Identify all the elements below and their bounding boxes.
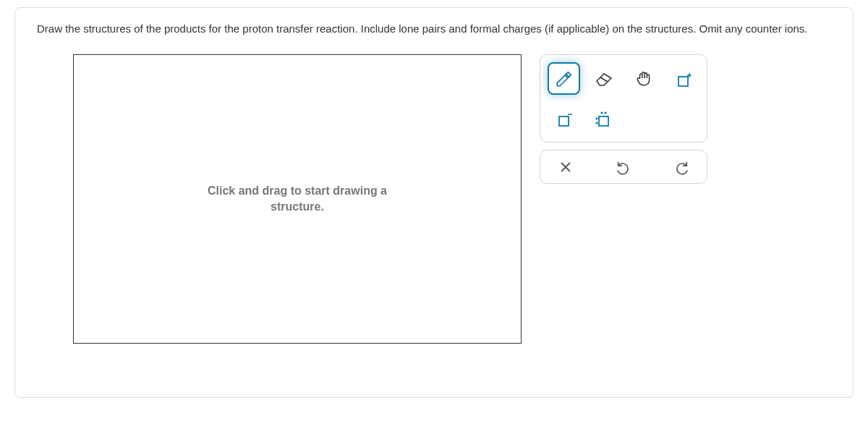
toolbar: [540, 54, 707, 344]
question-text: Draw the structures of the products for …: [37, 21, 831, 36]
svg-point-6: [595, 122, 597, 124]
lone-pair-icon: [594, 109, 614, 129]
negative-charge-tool[interactable]: [548, 102, 580, 135]
svg-rect-2: [599, 116, 608, 126]
pencil-icon: [555, 69, 574, 88]
hand-icon: [634, 69, 653, 88]
eraser-tool[interactable]: [587, 62, 620, 95]
svg-rect-1: [559, 116, 569, 126]
svg-point-4: [604, 111, 606, 114]
positive-charge-icon: [673, 69, 694, 89]
redo-button[interactable]: [660, 150, 703, 183]
svg-point-5: [595, 117, 597, 119]
clear-button[interactable]: [544, 150, 587, 183]
undo-icon: [616, 159, 631, 175]
svg-rect-0: [678, 77, 688, 86]
tool-row-1: [548, 62, 699, 95]
hand-tool[interactable]: [627, 62, 660, 95]
eraser-icon: [594, 69, 614, 88]
action-panel: [540, 150, 707, 184]
undo-button[interactable]: [602, 150, 645, 183]
tool-row-2: [548, 102, 699, 135]
canvas-placeholder: Click and drag to start drawing a struct…: [208, 183, 387, 216]
close-icon: [559, 161, 572, 174]
redo-icon: [673, 159, 689, 175]
svg-point-3: [600, 111, 603, 114]
tool-panel-main: [540, 54, 707, 143]
pencil-tool[interactable]: [548, 62, 580, 95]
positive-charge-tool[interactable]: [667, 62, 699, 95]
negative-charge-icon: [554, 109, 574, 129]
drawing-canvas[interactable]: Click and drag to start drawing a struct…: [73, 54, 522, 344]
lone-pair-tool[interactable]: [587, 102, 620, 135]
question-container: Draw the structures of the products for …: [14, 7, 854, 398]
content-row: Click and drag to start drawing a struct…: [37, 54, 831, 344]
